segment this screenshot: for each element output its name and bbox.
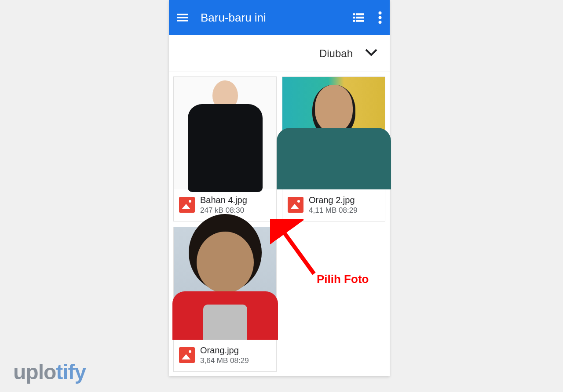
watermark: uplotify (13, 360, 86, 384)
file-info: 247 kB08:30 (200, 206, 247, 215)
file-name: Orang 2.jpg (309, 195, 358, 205)
sort-dropdown[interactable]: Diubah (169, 35, 390, 72)
svg-point-10 (379, 16, 382, 19)
annotation-label: Pilih Foto (317, 272, 369, 286)
menu-icon[interactable] (177, 12, 188, 23)
app-bar: Baru-baru ini (169, 0, 390, 35)
svg-rect-8 (356, 20, 364, 22)
svg-rect-1 (177, 17, 188, 18)
more-vert-icon[interactable] (378, 11, 382, 24)
image-icon (288, 197, 303, 213)
chevron-down-icon (365, 49, 377, 58)
appbar-title: Baru-baru ini (201, 11, 353, 25)
sort-label: Diubah (319, 47, 353, 60)
svg-point-9 (379, 11, 382, 15)
file-thumbnail (282, 77, 385, 189)
file-thumbnail (174, 227, 276, 340)
file-card[interactable]: Bahan 4.jpg 247 kB08:30 (173, 76, 277, 221)
file-meta: Orang.jpg 3,64 MB08:29 (174, 340, 276, 371)
file-picker-screen: Baru-baru ini Diubah Bahan 4.jpg (169, 0, 390, 376)
image-icon (179, 347, 195, 363)
svg-rect-4 (356, 13, 364, 15)
svg-rect-7 (353, 20, 355, 22)
svg-point-11 (379, 21, 382, 24)
svg-rect-6 (356, 17, 364, 18)
file-meta: Orang 2.jpg 4,11 MB08:29 (282, 189, 385, 221)
file-meta: Bahan 4.jpg 247 kB08:30 (174, 189, 276, 221)
svg-rect-5 (353, 17, 355, 18)
svg-rect-3 (353, 13, 355, 15)
file-card[interactable]: Orang.jpg 3,64 MB08:29 (173, 227, 277, 372)
file-name: Bahan 4.jpg (200, 195, 247, 205)
file-name: Orang.jpg (200, 345, 249, 356)
file-info: 3,64 MB08:29 (200, 356, 249, 365)
file-info: 4,11 MB08:29 (309, 206, 358, 215)
file-thumbnail (174, 77, 276, 189)
image-icon (179, 197, 195, 213)
list-view-icon[interactable] (353, 12, 364, 23)
svg-rect-2 (177, 20, 188, 21)
svg-rect-0 (177, 14, 188, 15)
file-card[interactable]: Orang 2.jpg 4,11 MB08:29 (282, 76, 385, 221)
file-grid: Bahan 4.jpg 247 kB08:30 Orang 2.jpg 4,11… (169, 72, 390, 376)
